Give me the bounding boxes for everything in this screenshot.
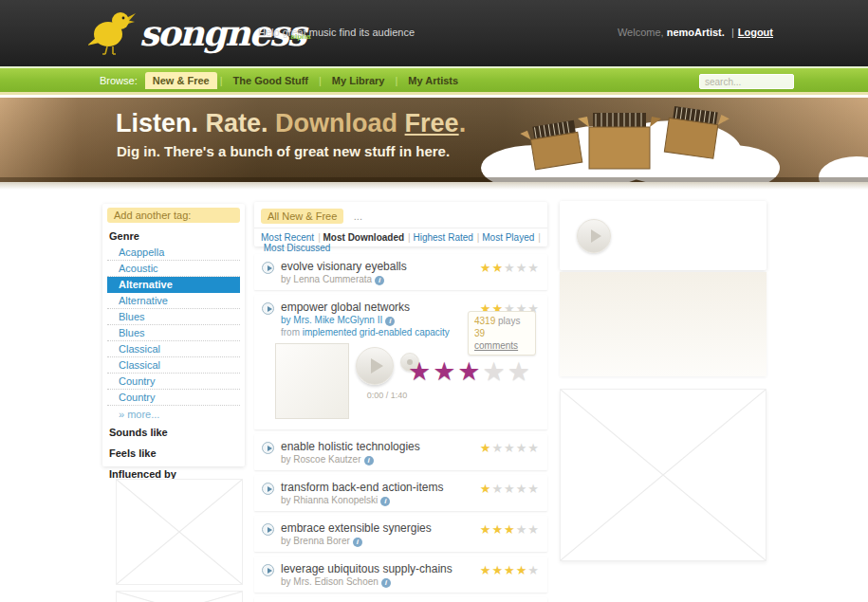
sidebar-section-heading[interactable]: Sounds like xyxy=(107,422,240,443)
bird-logo-icon xyxy=(88,6,138,57)
song-list: evolve visionary eyeballs by Lenna Cumme… xyxy=(254,254,547,602)
plays-count: 4319 xyxy=(474,316,495,326)
header: songness alpha Help great music find its… xyxy=(0,0,868,66)
star-icon: ★ xyxy=(516,261,528,275)
song-row: evolve visionary eyeballs by Lenna Cumme… xyxy=(254,254,547,290)
avg-rating-stars: ★★★★★ xyxy=(480,441,540,455)
hero-banner: Listen. Rate. Download Free. Dig in. The… xyxy=(0,98,868,182)
song-artist: by Roscoe Kautzer xyxy=(281,454,361,465)
logout-link[interactable]: Logout xyxy=(738,27,773,38)
sort-option[interactable]: Highest Rated xyxy=(404,232,473,243)
genre-item[interactable]: Country xyxy=(107,390,240,406)
right-promo-panel xyxy=(560,201,766,270)
comments-link[interactable]: comments xyxy=(474,340,518,351)
genre-item[interactable]: Acoustic xyxy=(107,261,240,277)
play-triangle-icon xyxy=(268,568,272,574)
nav-item[interactable]: The Good Stuff xyxy=(226,72,316,89)
play-triangle-icon xyxy=(591,229,601,243)
play-triangle-icon xyxy=(268,265,272,271)
play-button[interactable] xyxy=(577,219,611,253)
promo-block xyxy=(560,272,766,376)
filter-more-link[interactable]: ... xyxy=(354,210,362,222)
welcome-divider: | xyxy=(731,27,734,38)
play-icon[interactable] xyxy=(262,483,274,495)
star-icon: ★ xyxy=(480,482,492,496)
star-icon: ★ xyxy=(527,563,540,577)
avg-rating-stars: ★★★★★ xyxy=(480,563,540,577)
song-artist-line: by Lenna Cummerata xyxy=(281,274,540,285)
playback-time: 0:00 / 1:40 xyxy=(349,391,425,400)
search-input[interactable] xyxy=(699,74,794,89)
play-icon[interactable] xyxy=(262,523,274,536)
song-artist-line: by Roscoe Kautzer xyxy=(281,454,540,465)
sort-option[interactable]: Most Played xyxy=(473,232,534,243)
info-icon[interactable] xyxy=(381,578,391,588)
plays-label: plays xyxy=(498,316,520,326)
star-icon: ★ xyxy=(504,441,516,455)
song-row: transform back-end action-items by Rhian… xyxy=(254,475,547,511)
nav-item[interactable]: New & Free xyxy=(145,72,217,89)
play-icon[interactable] xyxy=(262,442,274,454)
star-icon: ★ xyxy=(480,563,492,577)
play-icon[interactable] xyxy=(262,302,274,315)
genre-item[interactable]: Country xyxy=(107,374,240,390)
user-rating-stars[interactable]: ★★★★★ xyxy=(408,356,532,387)
song-row: enable holistic technologies by Roscoe K… xyxy=(254,434,547,470)
star-icon: ★ xyxy=(527,261,540,275)
info-icon[interactable] xyxy=(364,456,374,465)
hero-title: Listen. Rate. Download Free. xyxy=(116,109,466,138)
tagline: Help great music find its audience xyxy=(258,27,415,38)
album-link[interactable]: implemented grid-enabled capacity xyxy=(303,327,450,337)
star-icon[interactable]: ★ xyxy=(508,357,532,386)
genre-item[interactable]: Alternative xyxy=(107,277,240,293)
song-row: leverage ubiquitous supply-chains by Mrs… xyxy=(254,556,547,593)
genre-item[interactable]: Classical xyxy=(107,357,240,374)
filter-title-chip: All New & Free xyxy=(261,209,343,224)
star-icon: ★ xyxy=(516,482,528,496)
sort-option[interactable]: Most Recent xyxy=(261,232,314,243)
cloud-record-boxes-graphic xyxy=(470,98,868,182)
star-icon[interactable]: ★ xyxy=(457,357,482,386)
add-tag-button[interactable]: Add another tag: xyxy=(107,208,240,223)
comments-count: 39 xyxy=(474,328,485,338)
star-icon: ★ xyxy=(491,563,504,577)
song-player: 0:00 / 1:40 4319 plays 39 comments ★★★★★ xyxy=(262,341,540,425)
nav-item[interactable]: My Library xyxy=(324,72,393,89)
genre-item[interactable]: Alternative xyxy=(107,293,240,309)
song-artist: by Mrs. Edison Schoen xyxy=(281,576,379,587)
play-triangle-icon xyxy=(268,306,272,312)
free-link[interactable]: Free xyxy=(405,109,459,137)
song-artist: by Brenna Borer xyxy=(281,536,350,546)
genre-item[interactable]: Classical xyxy=(107,341,240,357)
placeholder-image xyxy=(116,479,243,585)
genre-item[interactable]: Acappella xyxy=(107,245,240,261)
play-triangle-icon xyxy=(268,486,272,492)
sort-option[interactable]: Most Downloaded xyxy=(314,232,404,243)
star-icon: ★ xyxy=(516,441,528,455)
star-icon[interactable]: ★ xyxy=(408,357,433,386)
star-icon: ★ xyxy=(516,522,528,537)
genre-item[interactable]: Blues xyxy=(107,309,240,325)
star-icon[interactable]: ★ xyxy=(433,357,457,386)
play-icon[interactable] xyxy=(262,564,274,576)
info-icon[interactable] xyxy=(375,276,384,285)
sidebar-section-heading[interactable]: Feels like xyxy=(107,443,240,464)
info-icon[interactable] xyxy=(385,317,395,326)
from-label: from xyxy=(281,327,300,337)
song-artist: by Rhianna Konopelski xyxy=(281,495,378,505)
star-icon: ★ xyxy=(491,522,504,537)
info-icon[interactable] xyxy=(353,538,362,547)
avg-rating-stars: ★★★★★ xyxy=(480,261,540,275)
nav-item[interactable]: My Artists xyxy=(400,72,466,89)
play-triangle-icon xyxy=(371,358,383,374)
play-icon[interactable] xyxy=(262,262,274,274)
welcome-label: Welcome, xyxy=(618,27,664,38)
genre-item[interactable]: Blues xyxy=(107,325,240,341)
main-nav: Browse: New & Free|The Good Stuff|My Lib… xyxy=(0,66,868,95)
hero-shadow xyxy=(0,182,868,190)
big-play-button[interactable] xyxy=(356,347,394,385)
star-icon[interactable]: ★ xyxy=(483,357,508,386)
username-link[interactable]: nemoArtist. xyxy=(667,27,725,38)
more-genres-link[interactable]: » more... xyxy=(107,406,240,422)
info-icon[interactable] xyxy=(380,497,390,506)
